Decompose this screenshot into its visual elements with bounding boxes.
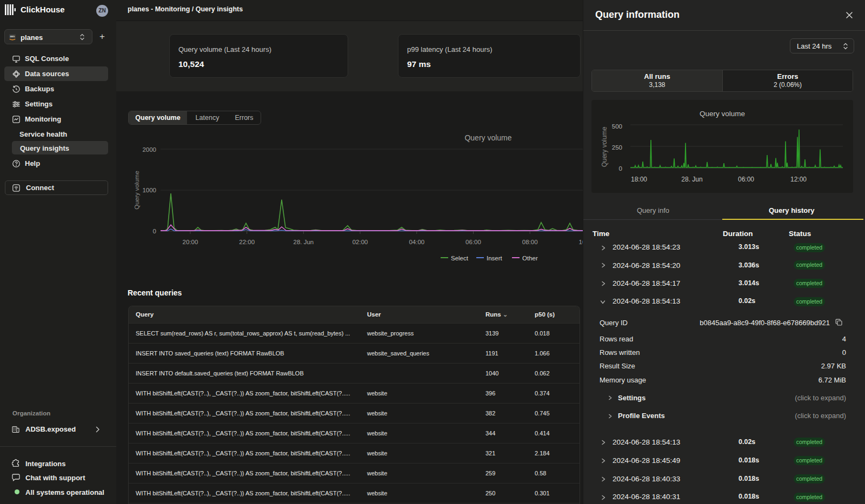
svg-text:Query volume: Query volume [464, 133, 511, 142]
svg-text:Other: Other [522, 255, 538, 261]
svg-text:10:00: 10:00 [579, 239, 583, 245]
svg-text:28. Jun: 28. Jun [681, 176, 702, 183]
svg-text:08:00: 08:00 [522, 239, 538, 245]
svg-text:0: 0 [153, 228, 156, 234]
svg-text:2000: 2000 [142, 146, 156, 153]
svg-text:04:00: 04:00 [409, 239, 424, 245]
svg-text:Insert: Insert [487, 255, 503, 261]
svg-text:06:00: 06:00 [738, 176, 754, 183]
svg-text:0: 0 [619, 165, 622, 172]
svg-text:1000: 1000 [142, 187, 156, 193]
svg-text:Select: Select [451, 255, 469, 261]
svg-text:28. Jun: 28. Jun [294, 239, 314, 245]
svg-text:22:00: 22:00 [239, 239, 255, 245]
svg-text:Query volume: Query volume [700, 110, 745, 118]
svg-text:06:00: 06:00 [465, 239, 481, 245]
svg-text:12:00: 12:00 [790, 176, 807, 183]
svg-text:Query volume: Query volume [601, 126, 608, 167]
svg-text:Query volume: Query volume [134, 171, 140, 210]
svg-text:18:00: 18:00 [631, 176, 647, 183]
svg-text:500: 500 [612, 123, 622, 130]
svg-text:250: 250 [612, 144, 622, 151]
svg-text:02:00: 02:00 [352, 239, 368, 245]
svg-text:aws: aws [10, 35, 15, 38]
svg-text:20:00: 20:00 [183, 239, 198, 245]
